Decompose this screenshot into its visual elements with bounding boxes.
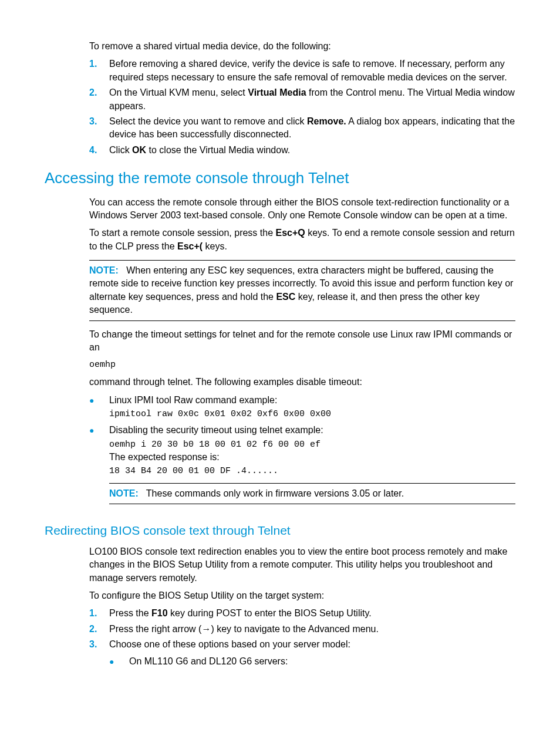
bios-steps: 1. Press the F10 key during POST to ente… <box>89 607 515 651</box>
section-heading-telnet: Accessing the remote console through Tel… <box>45 167 515 188</box>
bullet-icon: ● <box>89 424 109 510</box>
note-box: NOTE: When entering any ESC key sequence… <box>89 260 515 321</box>
note-box: NOTE: These commands only work in firmwa… <box>109 483 515 504</box>
note-label: NOTE: <box>109 488 139 498</box>
step-body: Press the right arrow (→) key to navigat… <box>109 623 515 636</box>
code-line: oemhp <box>89 359 515 371</box>
page-container: To remove a shared virtual media device,… <box>0 0 560 746</box>
step-body: Before removing a shared device, verify … <box>109 58 515 84</box>
list-body: On ML110 G6 and DL120 G6 servers: <box>129 655 515 668</box>
step-number: 2. <box>89 623 109 636</box>
step-item: 2. On the Virtual KVM menu, select Virtu… <box>89 86 515 113</box>
step-number: 1. <box>89 58 109 84</box>
step-item: 1. Before removing a shared device, veri… <box>89 58 515 84</box>
list-item: ● Linux IPMI tool Raw command example: i… <box>89 394 515 420</box>
step-number: 3. <box>89 115 109 141</box>
step-item: 3. Select the device you want to remove … <box>89 115 515 141</box>
bullet-list: ● Linux IPMI tool Raw command example: i… <box>89 394 515 511</box>
intro-steps: 1. Before removing a shared device, veri… <box>89 58 515 157</box>
response-label: The expected response is: <box>109 452 220 462</box>
intro-section: To remove a shared virtual media device,… <box>89 40 515 157</box>
list-item: ● Disabling the security timeout using t… <box>89 424 515 510</box>
paragraph: To configure the BIOS Setup Utility on t… <box>89 589 515 602</box>
step-number: 1. <box>89 607 109 620</box>
step-body: Select the device you want to remove and… <box>109 115 515 141</box>
step-number: 2. <box>89 86 109 113</box>
code-line: oemhp i 20 30 b0 18 00 01 02 f6 00 00 ef <box>109 440 321 450</box>
intro-lead: To remove a shared virtual media device,… <box>89 40 515 53</box>
step-body: Press the F10 key during POST to enter t… <box>109 607 515 620</box>
list-body: Linux IPMI tool Raw command example: ipm… <box>109 394 515 420</box>
code-line: 18 34 B4 20 00 01 00 DF .4...... <box>109 466 278 476</box>
step-item: 3. Choose one of these options based on … <box>89 638 515 651</box>
section1-body: You can access the remote console throug… <box>89 196 515 511</box>
step-item: 1. Press the F10 key during POST to ente… <box>89 607 515 620</box>
paragraph: To start a remote console session, press… <box>89 227 515 253</box>
step-body: On the Virtual KVM menu, select Virtual … <box>109 86 515 113</box>
paragraph: You can access the remote console throug… <box>89 196 515 222</box>
step-number: 3. <box>89 638 109 651</box>
list-body: Disabling the security timeout using tel… <box>109 424 515 510</box>
step-number: 4. <box>89 144 109 157</box>
section-heading-bios: Redirecting BIOS console text through Te… <box>45 522 515 539</box>
bullet-icon: ● <box>109 655 129 668</box>
paragraph: To change the timeout settings for telne… <box>89 328 515 355</box>
step-item: 4. Click OK to close the Virtual Media w… <box>89 144 515 157</box>
paragraph: command through telnet. The following ex… <box>89 376 515 389</box>
sub-bullet-list: ● On ML110 G6 and DL120 G6 servers: <box>109 655 515 668</box>
section2-body: LO100 BIOS console text redirection enab… <box>89 545 515 668</box>
step-body: Choose one of these options based on you… <box>109 638 515 651</box>
step-body: Click OK to close the Virtual Media wind… <box>109 144 515 157</box>
note-label: NOTE: <box>89 265 119 275</box>
bullet-icon: ● <box>89 394 109 420</box>
list-item: ● On ML110 G6 and DL120 G6 servers: <box>109 655 515 668</box>
paragraph: LO100 BIOS console text redirection enab… <box>89 545 515 585</box>
step-item: 2. Press the right arrow (→) key to navi… <box>89 623 515 636</box>
code-line: ipmitool raw 0x0c 0x01 0x02 0xf6 0x00 0x… <box>109 409 331 419</box>
